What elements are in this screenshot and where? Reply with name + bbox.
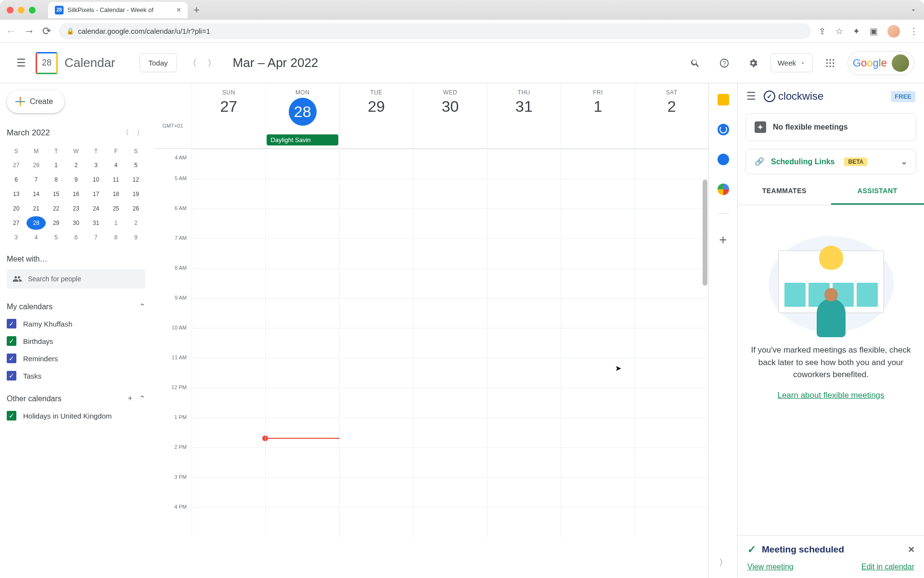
checkbox-icon[interactable]: ✓: [7, 336, 16, 346]
allday-event[interactable]: Daylight Savin: [267, 134, 338, 145]
day-header[interactable]: SAT2: [635, 83, 708, 133]
hour-cell[interactable]: [265, 507, 339, 537]
today-button[interactable]: Today: [140, 53, 177, 72]
mini-day[interactable]: 13: [7, 187, 26, 201]
mini-day[interactable]: 22: [47, 202, 65, 215]
hour-cell[interactable]: [339, 507, 413, 537]
view-meeting-link[interactable]: View meeting: [747, 563, 794, 571]
mini-day[interactable]: 4: [26, 231, 45, 244]
hour-cell[interactable]: [192, 298, 265, 328]
hour-cell[interactable]: [192, 447, 265, 477]
hour-cell[interactable]: [413, 149, 487, 179]
hour-cell[interactable]: [561, 238, 634, 268]
hour-cell[interactable]: [339, 477, 413, 507]
day-header[interactable]: FRI1: [561, 83, 634, 133]
mini-day[interactable]: 17: [87, 187, 105, 201]
hour-cell[interactable]: [265, 268, 339, 298]
hour-cell[interactable]: [265, 328, 339, 358]
mini-day[interactable]: 4: [106, 158, 125, 172]
mini-day[interactable]: 9: [66, 173, 85, 186]
hour-cell[interactable]: [635, 209, 708, 238]
mini-day[interactable]: 16: [66, 187, 85, 201]
hour-cell[interactable]: [265, 179, 339, 209]
google-apps-icon[interactable]: [819, 52, 842, 75]
mini-day[interactable]: 10: [87, 173, 105, 186]
calendar-item[interactable]: ✓Ramy Khuffash: [7, 319, 145, 328]
reload-button[interactable]: ⟳: [42, 25, 51, 38]
hour-cell[interactable]: [487, 268, 561, 298]
tasks-icon[interactable]: [718, 124, 729, 135]
hour-cell[interactable]: [487, 179, 561, 209]
mini-day[interactable]: 29: [47, 216, 65, 230]
hour-cell[interactable]: [487, 388, 561, 418]
hour-cell[interactable]: [192, 179, 265, 209]
hour-cell[interactable]: [192, 418, 265, 447]
mini-day[interactable]: 21: [26, 202, 45, 215]
hour-cell[interactable]: [413, 268, 487, 298]
allday-cell[interactable]: [487, 133, 561, 148]
mini-day[interactable]: 2: [66, 158, 85, 172]
day-header[interactable]: TUE29: [339, 83, 413, 133]
url-bar[interactable]: 🔒 calendar.google.com/calendar/u/1/r?pli…: [59, 23, 811, 39]
edit-in-calendar-link[interactable]: Edit in calendar: [861, 563, 914, 571]
hour-cell[interactable]: [192, 388, 265, 418]
mini-day[interactable]: 3: [87, 158, 105, 172]
allday-cell[interactable]: [561, 133, 634, 148]
hour-cell[interactable]: [413, 358, 487, 388]
hour-cell[interactable]: [265, 418, 339, 447]
hour-cell[interactable]: [339, 149, 413, 179]
mini-day[interactable]: 3: [7, 231, 26, 244]
hour-cell[interactable]: [561, 447, 634, 477]
hour-cell[interactable]: [487, 507, 561, 537]
profile-avatar[interactable]: [887, 25, 900, 38]
hour-cell[interactable]: [635, 179, 708, 209]
mini-day[interactable]: 7: [26, 173, 45, 186]
hour-cell[interactable]: [192, 149, 265, 179]
support-icon[interactable]: ?: [713, 52, 736, 75]
mini-day[interactable]: 6: [7, 173, 26, 186]
hour-cell[interactable]: [192, 477, 265, 507]
hour-cell[interactable]: [413, 507, 487, 537]
hour-cell[interactable]: [265, 149, 339, 179]
mini-day[interactable]: 15: [47, 187, 65, 201]
extensions-icon[interactable]: ✦: [853, 26, 860, 37]
calendar-item[interactable]: ✓Birthdays: [7, 336, 145, 346]
hour-cell[interactable]: [487, 328, 561, 358]
hour-cell[interactable]: [487, 418, 561, 447]
hour-cell[interactable]: [487, 209, 561, 238]
mini-day[interactable]: 8: [47, 173, 65, 186]
mini-day[interactable]: 24: [87, 202, 105, 215]
calendar-item[interactable]: ✓Reminders: [7, 354, 145, 363]
checkbox-icon[interactable]: ✓: [7, 411, 16, 420]
clockwise-menu-icon[interactable]: ☰: [746, 90, 756, 103]
hour-cell[interactable]: [413, 209, 487, 238]
allday-cell[interactable]: [339, 133, 413, 148]
search-people-input[interactable]: Search for people: [7, 269, 145, 289]
mini-day[interactable]: 30: [66, 216, 85, 230]
hour-cell[interactable]: [413, 477, 487, 507]
mini-day[interactable]: 9: [127, 231, 145, 244]
mini-day[interactable]: 28: [26, 158, 45, 172]
hour-cell[interactable]: [192, 238, 265, 268]
create-button[interactable]: Create: [7, 90, 64, 113]
hide-panel-icon[interactable]: 〉: [719, 557, 728, 568]
mini-day[interactable]: 28: [26, 216, 45, 230]
hour-cell[interactable]: [413, 238, 487, 268]
hour-cell[interactable]: [265, 447, 339, 477]
hour-cell[interactable]: [635, 149, 708, 179]
hour-cell[interactable]: [192, 358, 265, 388]
mini-day[interactable]: 25: [106, 202, 125, 215]
hour-cell[interactable]: [413, 298, 487, 328]
keep-icon[interactable]: [718, 94, 729, 105]
no-flexible-meetings-card[interactable]: ✦ No flexible meetings: [745, 113, 916, 141]
mini-day[interactable]: 5: [127, 158, 145, 172]
hour-cell[interactable]: [265, 388, 339, 418]
collapse-other-calendars[interactable]: ⌃: [139, 394, 145, 403]
mini-prev-month[interactable]: 〈: [120, 127, 131, 139]
contacts-icon[interactable]: [718, 154, 729, 165]
hour-cell[interactable]: [413, 328, 487, 358]
day-header[interactable]: THU31: [487, 83, 561, 133]
hour-cell[interactable]: [339, 268, 413, 298]
close-window-icon[interactable]: [7, 7, 13, 13]
view-picker[interactable]: Week: [770, 53, 813, 72]
